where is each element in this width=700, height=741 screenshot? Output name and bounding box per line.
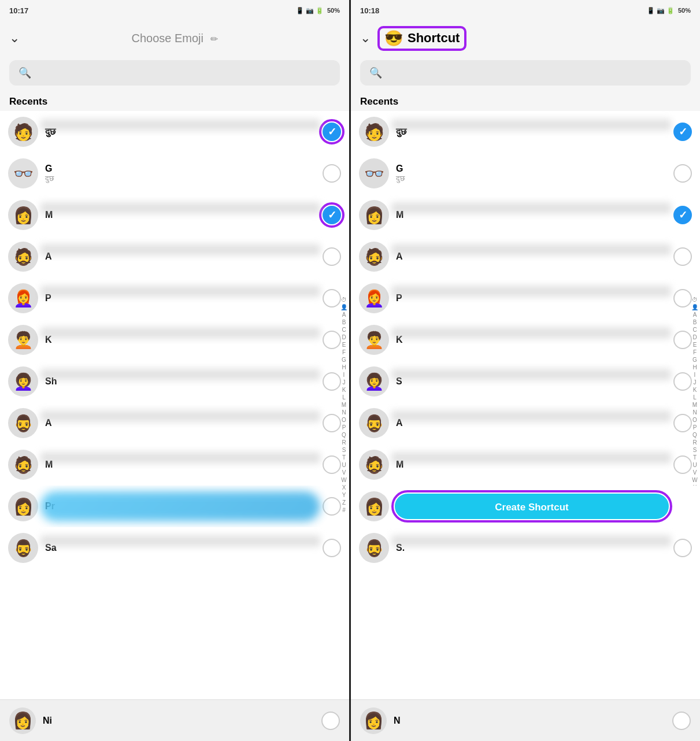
contact-info-5-left: P (45, 293, 323, 303)
back-chevron-right[interactable]: ⌄ (360, 31, 371, 46)
contact-info-4-right: A (396, 251, 673, 262)
avatar-2-right: 👓 (359, 158, 389, 188)
contact-row-2-left[interactable]: 👓 G दुछ (0, 153, 349, 194)
contact-info-9-left: M (45, 460, 323, 470)
create-shortcut-highlight: Create Shortcut (391, 490, 672, 523)
header-left: ⌄ Choose Emoji ✏ (0, 21, 349, 55)
recents-label-left: Recents (0, 90, 349, 111)
contact-row-5-right[interactable]: 👩‍🦰 P (351, 277, 700, 319)
avatar-4-right: 🧔 (359, 242, 389, 272)
edit-icon-left[interactable]: ✏ (210, 34, 218, 44)
alphabet-sidebar-right[interactable]: ⏱ 👤 A B C D E F G H I J K L M N O P Q R … (690, 111, 700, 699)
avatar-10-left: 👩 (8, 491, 38, 521)
avatar-3-right: 👩 (359, 200, 389, 230)
time-right: 10:18 (360, 6, 379, 15)
blur-button-overlay (40, 491, 320, 521)
recents-label-right: Recents (351, 90, 700, 111)
contact-row-9-right[interactable]: 🧔 M (351, 444, 700, 486)
contact-info-7-right: S (396, 376, 673, 387)
bottom-checkbox-left[interactable] (321, 712, 340, 730)
contact-info-4-left: A (45, 251, 323, 262)
contact-row-1-right[interactable]: 🧑 दुछ (351, 111, 700, 153)
bottom-avatar-left: 👩 (9, 707, 36, 734)
left-panel: 10:17 📱 📷 🔋 50% ⌄ Choose Emoji ✏ 🔍 Recen… (0, 0, 349, 741)
contact-list-right: 🧑 दुछ 👓 G दुछ 👩 M (351, 111, 700, 699)
back-chevron-left[interactable]: ⌄ (9, 31, 20, 46)
contact-row-6-right[interactable]: 🧑‍🦱 K (351, 319, 700, 361)
contact-row-10-left[interactable]: 👩 Pr (0, 486, 349, 527)
contact-row-3-left[interactable]: 👩 M (0, 194, 349, 236)
contact-info-1-right: दुछ (396, 127, 673, 137)
header-right: ⌄ 😎 Shortcut (351, 21, 700, 55)
alphabet-sidebar-left[interactable]: ⏱ 👤 A B C D E F G H I J K L M N O P Q R … (339, 111, 349, 699)
contact-info-6-left: K (45, 335, 323, 345)
avatar-8-right: 🧔‍♂️ (359, 408, 389, 438)
avatar-2-left: 👓 (8, 158, 38, 188)
header-title-right: 😎 Shortcut (377, 26, 691, 51)
contact-info-3-right: M (396, 210, 673, 220)
bottom-name-right: N (394, 716, 401, 726)
search-container-right: 🔍 (351, 55, 700, 90)
title-highlight-box: 😎 Shortcut (377, 26, 466, 51)
contact-list-left: 🧑 दुछ 👓 G दुछ 👩 M (0, 111, 349, 699)
bottom-bar-right: 👩 N (351, 699, 700, 741)
contact-row-7-left[interactable]: 👩‍🦱 Sh (0, 361, 349, 402)
search-container-left: 🔍 (0, 55, 349, 90)
contact-info-1-left: दुछ (45, 127, 323, 137)
contact-info-8-left: A (45, 418, 323, 428)
contact-info-8-right: A (396, 418, 673, 428)
avatar-5-right: 👩‍🦰 (359, 283, 389, 313)
contact-info-11-right: S. (396, 543, 673, 553)
title-emoji: 😎 (384, 29, 403, 47)
contact-info-9-right: M (396, 460, 673, 470)
avatar-6-right: 🧑‍🦱 (359, 325, 389, 355)
contact-info-3-left: M (45, 210, 323, 220)
create-shortcut-button[interactable]: Create Shortcut (395, 494, 669, 519)
bottom-checkbox-right[interactable] (672, 712, 691, 730)
contact-info-2-left: G दुछ (45, 164, 323, 183)
icons-right: 📱 📷 🔋 (647, 7, 675, 14)
status-bar-right: 10:18 📱 📷 🔋 50% (351, 0, 700, 21)
contact-row-11-left[interactable]: 🧔‍♂️ Sa (0, 527, 349, 569)
avatar-4-left: 🧔 (8, 242, 38, 272)
contact-row-8-left[interactable]: 🧔‍♂️ A (0, 402, 349, 444)
contact-row-3-right[interactable]: 👩 M (351, 194, 700, 236)
battery-right: 50% (678, 7, 691, 14)
contact-info-5-right: P (396, 293, 673, 303)
avatar-11-right: 🧔‍♂️ (359, 533, 389, 563)
avatar-9-right: 🧔 (359, 450, 389, 480)
contact-row-1-left[interactable]: 🧑 दुछ (0, 111, 349, 153)
avatar-5-left: 👩‍🦰 (8, 283, 38, 313)
status-bar-left: 10:17 📱 📷 🔋 50% (0, 0, 349, 21)
contact-row-5-left[interactable]: 👩‍🦰 P (0, 277, 349, 319)
contact-row-6-left[interactable]: 🧑‍🦱 K (0, 319, 349, 361)
search-icon-left: 🔍 (18, 66, 31, 79)
battery-left: 50% (327, 7, 340, 14)
avatar-11-left: 🧔‍♂️ (8, 533, 38, 563)
avatar-7-left: 👩‍🦱 (8, 366, 38, 397)
contact-row-2-right[interactable]: 👓 G दुछ (351, 153, 700, 194)
contact-row-8-right[interactable]: 🧔‍♂️ A (351, 402, 700, 444)
avatar-8-left: 🧔‍♂️ (8, 408, 38, 438)
contact-row-4-left[interactable]: 🧔 A (0, 236, 349, 277)
avatar-10-right: 👩 (359, 491, 389, 521)
icons-left: 📱 📷 🔋 (296, 7, 324, 14)
avatar-6-left: 🧑‍🦱 (8, 325, 38, 355)
contact-row-11-right[interactable]: 🧔‍♂️ S. (351, 527, 700, 569)
contact-row-4-right[interactable]: 🧔 A (351, 236, 700, 277)
avatar-9-left: 🧔 (8, 450, 38, 480)
contact-row-7-right[interactable]: 👩‍🦱 S (351, 361, 700, 402)
contact-info-2-right: G दुछ (396, 164, 673, 183)
header-title-left: Choose Emoji ✏ (27, 32, 323, 45)
contact-row-9-left[interactable]: 🧔 M (0, 444, 349, 486)
bottom-bar-left: 👩 Ni (0, 699, 349, 741)
search-bar-left[interactable]: 🔍 (9, 60, 340, 86)
contact-row-10-right[interactable]: 👩 Pr Create Shortcut (351, 486, 700, 527)
title-text-right: Shortcut (408, 31, 460, 46)
avatar-7-right: 👩‍🦱 (359, 366, 389, 397)
search-bar-right[interactable]: 🔍 (360, 60, 691, 86)
contact-info-6-right: K (396, 335, 673, 345)
bottom-name-left: Ni (43, 716, 52, 726)
right-panel: 10:18 📱 📷 🔋 50% ⌄ 😎 Shortcut 🔍 Recents 🧑… (351, 0, 700, 741)
search-icon-right: 🔍 (369, 66, 382, 79)
